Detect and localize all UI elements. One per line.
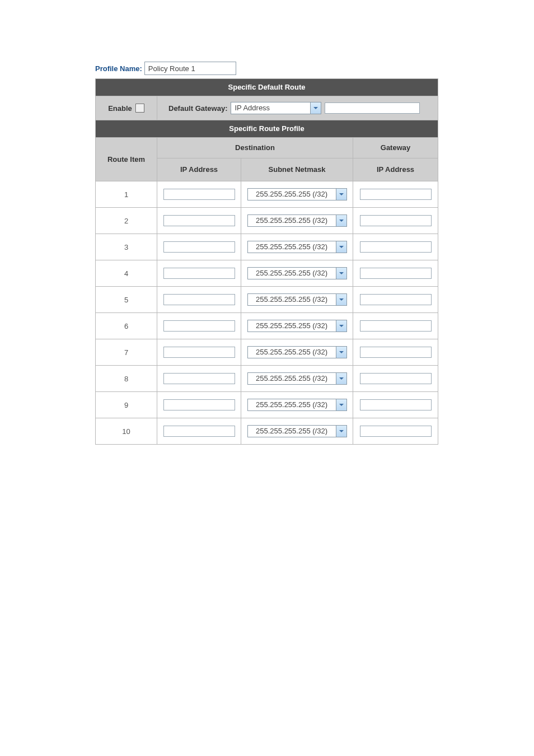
chevron-down-icon [310,102,321,114]
chevron-down-icon [336,399,346,410]
dest-ip-input[interactable] [163,320,235,332]
route-item-index: 6 [96,313,157,339]
dest-ip-input[interactable] [163,294,235,305]
chevron-down-icon [336,426,346,437]
default-gateway-type-value: IP Address [231,102,310,114]
subnet-netmask-value: 255.255.255.255 (/32) [248,189,336,200]
section-default-route-header: Specific Default Route [96,79,438,96]
default-route-row: Enable Default Gateway: IP Address [96,96,438,120]
dest-ip-input[interactable] [163,373,235,384]
route-item-index: 9 [96,392,157,418]
gateway-ip-input[interactable] [360,426,432,437]
default-gateway-label: Default Gateway: [168,104,227,113]
route-item-index: 3 [96,234,157,260]
dest-ip-input[interactable] [163,347,235,358]
gateway-ip-input[interactable] [360,294,432,305]
route-item-index: 8 [96,366,157,392]
route-item-index: 1 [96,181,157,208]
gateway-header: Gateway [353,138,438,158]
gateway-ip-input[interactable] [360,320,432,332]
route-row: 8255.255.255.255 (/32) [96,366,438,392]
route-item-header: Route Item [96,138,157,181]
route-row: 3255.255.255.255 (/32) [96,234,438,260]
route-row: 2255.255.255.255 (/32) [96,208,438,234]
gateway-ip-input[interactable] [360,189,432,200]
subnet-netmask-select[interactable]: 255.255.255.255 (/32) [247,241,347,253]
subnet-netmask-select[interactable]: 255.255.255.255 (/32) [247,372,347,385]
route-item-index: 5 [96,287,157,313]
route-row: 7255.255.255.255 (/32) [96,339,438,366]
enable-label: Enable [108,104,132,113]
subnet-netmask-select[interactable]: 255.255.255.255 (/32) [247,399,347,411]
enable-checkbox[interactable] [135,104,144,113]
subnet-netmask-select[interactable]: 255.255.255.255 (/32) [247,214,347,227]
section-route-profile-header: Specific Route Profile [96,120,438,138]
gateway-ip-header: IP Address [353,158,438,181]
subnet-netmask-value: 255.255.255.255 (/32) [248,373,336,384]
default-gateway-type-select[interactable]: IP Address [231,102,321,114]
chevron-down-icon [336,294,346,305]
route-row: 9255.255.255.255 (/32) [96,392,438,418]
gateway-ip-input[interactable] [360,268,432,279]
subnet-netmask-value: 255.255.255.255 (/32) [248,426,336,437]
gateway-ip-input[interactable] [360,399,432,410]
profile-name-row: Profile Name: [95,62,439,75]
gateway-ip-input[interactable] [360,373,432,384]
dest-netmask-header: Subnet Netmask [241,158,353,181]
route-row: 5255.255.255.255 (/32) [96,287,438,313]
subnet-netmask-value: 255.255.255.255 (/32) [248,399,336,410]
subnet-netmask-select[interactable]: 255.255.255.255 (/32) [247,267,347,279]
chevron-down-icon [336,268,346,279]
dest-ip-input[interactable] [163,399,235,410]
route-item-index: 7 [96,339,157,366]
dest-ip-header: IP Address [157,158,241,181]
subnet-netmask-select[interactable]: 255.255.255.255 (/32) [247,425,347,437]
subnet-netmask-value: 255.255.255.255 (/32) [248,241,336,253]
chevron-down-icon [336,320,346,332]
subnet-netmask-value: 255.255.255.255 (/32) [248,320,336,332]
subnet-netmask-value: 255.255.255.255 (/32) [248,215,336,226]
subnet-netmask-select[interactable]: 255.255.255.255 (/32) [247,346,347,358]
route-row: 1255.255.255.255 (/32) [96,181,438,208]
subnet-netmask-value: 255.255.255.255 (/32) [248,294,336,305]
chevron-down-icon [336,215,346,226]
gateway-ip-input[interactable] [360,347,432,358]
dest-ip-input[interactable] [163,426,235,437]
dest-ip-input[interactable] [163,215,235,226]
route-row: 6255.255.255.255 (/32) [96,313,438,339]
chevron-down-icon [336,241,346,253]
chevron-down-icon [336,189,346,200]
chevron-down-icon [336,373,346,384]
route-item-index: 2 [96,208,157,234]
route-row: 10255.255.255.255 (/32) [96,418,438,445]
profile-name-input[interactable] [144,62,236,75]
chevron-down-icon [336,347,346,358]
gateway-ip-input[interactable] [360,215,432,226]
dest-ip-input[interactable] [163,241,235,253]
route-item-index: 4 [96,260,157,287]
subnet-netmask-select[interactable]: 255.255.255.255 (/32) [247,320,347,332]
subnet-netmask-select[interactable]: 255.255.255.255 (/32) [247,188,347,200]
dest-ip-input[interactable] [163,268,235,279]
gateway-ip-input[interactable] [360,241,432,253]
policy-route-table: Specific Default Route Enable Default Ga… [95,78,438,445]
route-item-index: 10 [96,418,157,445]
subnet-netmask-select[interactable]: 255.255.255.255 (/32) [247,293,347,306]
route-row: 4255.255.255.255 (/32) [96,260,438,287]
profile-name-label: Profile Name: [95,64,142,73]
dest-ip-input[interactable] [163,189,235,200]
destination-header: Destination [157,138,353,158]
subnet-netmask-value: 255.255.255.255 (/32) [248,268,336,279]
subnet-netmask-value: 255.255.255.255 (/32) [248,347,336,358]
default-gateway-ip-input[interactable] [325,102,420,114]
